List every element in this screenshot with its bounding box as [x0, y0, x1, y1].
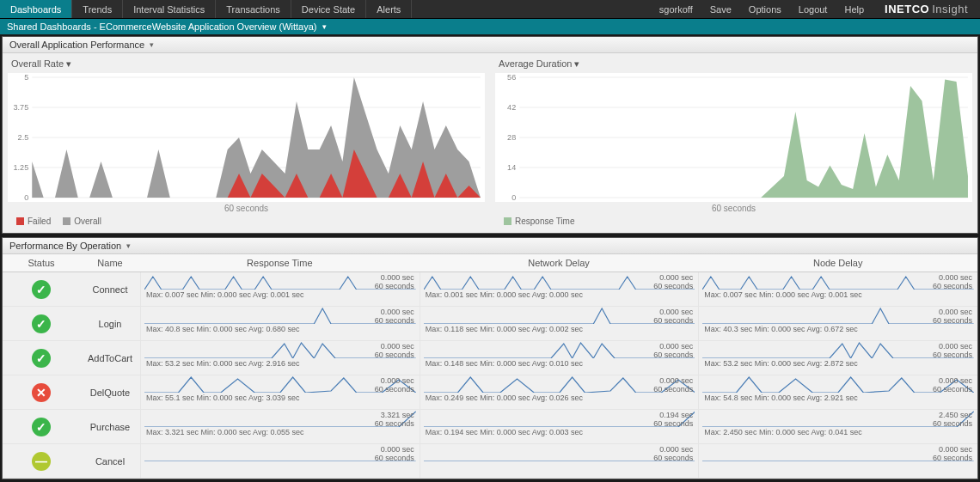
sparkline-cell[interactable]: 0.000 sec60 secondsMax: 0.148 sec Min: 0…	[420, 341, 699, 375]
sparkline-cell[interactable]: 0.000 sec60 secondsMax: 40.8 sec Min: 0.…	[140, 307, 420, 340]
status-badge: ✓	[32, 314, 51, 333]
tab-transactions[interactable]: Transactions	[216, 0, 291, 18]
sparkline-cell[interactable]: 0.000 sec60 secondsMax: 53.2 sec Min: 0.…	[698, 341, 977, 375]
operation-name: Connect	[80, 272, 140, 306]
sparkline-cell[interactable]: 0.000 sec60 secondsMax: 54.8 sec Min: 0.…	[698, 375, 977, 409]
operation-name: Cancel	[80, 444, 140, 478]
x-axis-label: 60 seconds	[495, 202, 972, 213]
average-duration-chart: Average Duration ▾ 014284256 60 seconds …	[490, 53, 977, 233]
sparkline-cell[interactable]: 0.000 sec60 secondsMax: 55.1 sec Min: 0.…	[140, 375, 420, 409]
breadcrumb: Shared Dashboards - ECommerceWebsite App…	[7, 21, 317, 32]
tab-dashboards[interactable]: Dashboards	[0, 0, 72, 18]
legend-item: Overall	[63, 217, 101, 226]
table-row: ✓Login0.000 sec60 secondsMax: 40.8 sec M…	[3, 307, 977, 341]
sparkline-cell[interactable]: 0.000 sec60 secondsMax: 0.249 sec Min: 0…	[420, 375, 699, 409]
table-row: ✕DelQuote0.000 sec60 secondsMax: 55.1 se…	[3, 375, 977, 410]
ops-table-header: Status Name Response Time Network Delay …	[3, 254, 977, 272]
col-header-response-time: Response Time	[140, 254, 420, 272]
topbar: DashboardsTrendsInterval StatisticsTrans…	[0, 0, 980, 19]
sparkline-cell[interactable]: 2.450 sec60 secondsMax: 2.450 sec Min: 0…	[698, 410, 977, 443]
chart-title[interactable]: Average Duration ▾	[495, 57, 972, 73]
status-badge: ✕	[32, 383, 51, 402]
table-row: —Cancel0.000 sec60 seconds0.000 sec60 se…	[3, 444, 977, 479]
status-badge: —	[32, 452, 51, 471]
bottom-panel-title: Performance By Operation	[9, 241, 121, 251]
save-button[interactable]: Save	[701, 1, 740, 18]
svg-text:1.25: 1.25	[14, 163, 29, 172]
legend-item: Response Time	[504, 217, 574, 226]
operation-name: Login	[80, 307, 140, 340]
svg-text:2.5: 2.5	[18, 133, 29, 142]
col-header-node-delay: Node Delay	[698, 254, 977, 272]
tab-trends[interactable]: Trends	[72, 0, 123, 18]
status-badge: ✓	[32, 418, 51, 436]
options-button[interactable]: Options	[740, 1, 790, 18]
bottom-panel-header[interactable]: Performance By Operation ▾	[3, 238, 977, 254]
col-header-name: Name	[80, 254, 140, 272]
svg-text:42: 42	[507, 103, 516, 112]
help-button[interactable]: Help	[836, 1, 873, 18]
chevron-down-icon: ▾	[126, 241, 131, 250]
chevron-down-icon: ▾	[322, 22, 327, 31]
sparkline-cell[interactable]: 3.321 sec60 secondsMax: 3.321 sec Min: 0…	[140, 410, 420, 443]
top-right-menu: sgorkoff SaveOptionsLogoutHelp INETCO In…	[651, 0, 980, 18]
table-row: ✓Purchase3.321 sec60 secondsMax: 3.321 s…	[3, 410, 977, 444]
main-tabs: DashboardsTrendsInterval StatisticsTrans…	[0, 0, 412, 18]
svg-text:14: 14	[507, 163, 516, 172]
x-axis-label: 60 seconds	[8, 202, 485, 213]
overall-rate-chart: Overall Rate ▾ 01.252.53.755 60 seconds …	[3, 53, 490, 233]
bottom-panel: Performance By Operation ▾ Status Name R…	[2, 237, 978, 479]
legend-item: Failed	[16, 217, 51, 226]
col-header-network-delay: Network Delay	[420, 254, 699, 272]
top-panel: Overall Application Performance ▾ Overal…	[2, 36, 978, 234]
tab-interval-statistics[interactable]: Interval Statistics	[123, 0, 216, 18]
col-header-status: Status	[3, 254, 80, 272]
status-badge: ✓	[32, 280, 51, 299]
tab-alerts[interactable]: Alerts	[366, 0, 412, 18]
sparkline-cell[interactable]: 0.194 sec60 secondsMax: 0.194 sec Min: 0…	[420, 410, 699, 443]
sparkline-cell[interactable]: 0.000 sec60 secondsMax: 0.118 sec Min: 0…	[420, 307, 699, 340]
username[interactable]: sgorkoff	[651, 1, 701, 18]
chart-title[interactable]: Overall Rate ▾	[8, 57, 485, 73]
chevron-down-icon: ▾	[150, 40, 154, 49]
top-panel-header[interactable]: Overall Application Performance ▾	[3, 37, 977, 53]
sparkline-cell[interactable]: 0.000 sec60 secondsMax: 0.007 sec Min: 0…	[140, 272, 420, 306]
svg-text:56: 56	[507, 73, 516, 82]
svg-text:0: 0	[24, 193, 28, 202]
operation-name: DelQuote	[80, 375, 140, 409]
sparkline-cell[interactable]: 0.000 sec60 secondsMax: 53.2 sec Min: 0.…	[140, 341, 420, 375]
svg-text:28: 28	[507, 133, 516, 142]
svg-text:5: 5	[24, 73, 28, 82]
svg-text:3.75: 3.75	[14, 103, 29, 112]
logout-button[interactable]: Logout	[790, 1, 836, 18]
sparkline-cell[interactable]: 0.000 sec60 seconds	[698, 444, 977, 478]
operation-name: Purchase	[80, 410, 140, 443]
table-row: ✓Connect0.000 sec60 secondsMax: 0.007 se…	[3, 272, 977, 307]
breadcrumb-bar[interactable]: Shared Dashboards - ECommerceWebsite App…	[0, 19, 980, 34]
table-row: ✓AddToCart0.000 sec60 secondsMax: 53.2 s…	[3, 341, 977, 375]
logo-sub: Insight	[932, 3, 968, 15]
sparkline-cell[interactable]: 0.000 sec60 seconds	[140, 444, 420, 478]
chevron-down-icon: ▾	[574, 58, 579, 69]
sparkline-cell[interactable]: 0.000 sec60 secondsMax: 40.3 sec Min: 0.…	[698, 307, 977, 340]
status-badge: ✓	[32, 349, 51, 368]
logo-main: INETCO	[885, 3, 929, 15]
tab-device-state[interactable]: Device State	[291, 0, 366, 18]
operation-name: AddToCart	[80, 341, 140, 375]
product-logo: INETCO Insight	[873, 3, 980, 15]
svg-text:0: 0	[511, 193, 516, 202]
sparkline-cell[interactable]: 0.000 sec60 secondsMax: 0.001 sec Min: 0…	[420, 272, 699, 306]
top-panel-title: Overall Application Performance	[9, 40, 144, 50]
sparkline-cell[interactable]: 0.000 sec60 seconds	[420, 444, 699, 478]
sparkline-cell[interactable]: 0.000 sec60 secondsMax: 0.007 sec Min: 0…	[698, 272, 977, 306]
chevron-down-icon: ▾	[66, 58, 71, 69]
